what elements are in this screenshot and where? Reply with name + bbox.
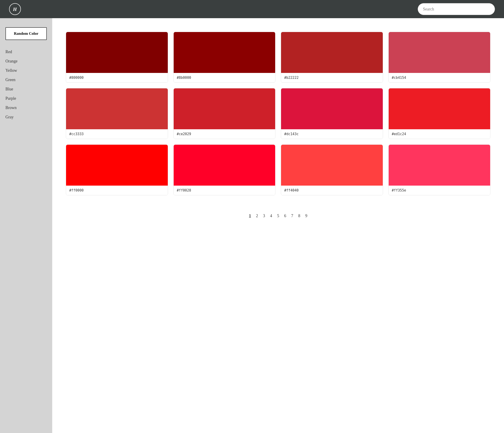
- color-card[interactable]: #ff4040: [281, 145, 383, 195]
- color-card[interactable]: #ff0028: [173, 145, 276, 195]
- color-card[interactable]: #cc3333: [66, 88, 168, 139]
- color-grid: #800000#8b0000#b22222#cb4154#cc3333#ce20…: [66, 32, 490, 195]
- color-label: #ce2029: [174, 129, 275, 139]
- sidebar: Random Color RedOrangeYellowGreenBluePur…: [0, 18, 52, 433]
- sidebar-item-brown[interactable]: Brown: [5, 103, 47, 112]
- color-label: #dc143c: [281, 129, 383, 139]
- sidebar-item-orange[interactable]: Orange: [5, 56, 47, 66]
- color-label: #8b0000: [174, 73, 275, 83]
- page-6-link[interactable]: 6: [284, 213, 286, 218]
- page-8-link[interactable]: 8: [298, 213, 300, 218]
- color-label: #ff0028: [174, 186, 275, 195]
- sidebar-item-purple[interactable]: Purple: [5, 94, 47, 103]
- color-swatch: [174, 32, 275, 73]
- logo-icon[interactable]: H: [9, 3, 21, 15]
- color-label: #ed1c24: [389, 129, 490, 139]
- color-card[interactable]: #cb4154: [388, 32, 491, 83]
- main-content: #800000#8b0000#b22222#cb4154#cc3333#ce20…: [52, 18, 504, 433]
- color-swatch: [66, 32, 168, 73]
- color-label: #800000: [66, 73, 168, 83]
- layout: Random Color RedOrangeYellowGreenBluePur…: [0, 18, 504, 433]
- color-card[interactable]: #8b0000: [173, 32, 276, 83]
- color-label: #ff4040: [281, 186, 383, 195]
- color-card[interactable]: #ed1c24: [388, 88, 491, 139]
- page-1-link[interactable]: 1: [249, 213, 251, 218]
- page-9-link[interactable]: 9: [305, 213, 307, 218]
- random-color-button[interactable]: Random Color: [5, 27, 47, 40]
- color-card[interactable]: #ff355e: [388, 145, 491, 195]
- page-3-link[interactable]: 3: [263, 213, 265, 218]
- color-swatch: [281, 32, 383, 73]
- color-card[interactable]: #dc143c: [281, 88, 383, 139]
- sidebar-item-blue[interactable]: Blue: [5, 84, 47, 94]
- page-2-link[interactable]: 2: [256, 213, 258, 218]
- color-card[interactable]: #800000: [66, 32, 168, 83]
- color-card[interactable]: #ce2029: [173, 88, 276, 139]
- color-swatch: [281, 145, 383, 186]
- sidebar-item-red[interactable]: Red: [5, 47, 47, 56]
- color-swatch: [281, 88, 383, 129]
- color-swatch: [174, 145, 275, 186]
- page-7-link[interactable]: 7: [291, 213, 293, 218]
- sidebar-item-yellow[interactable]: Yellow: [5, 66, 47, 75]
- page-5-link[interactable]: 5: [277, 213, 279, 218]
- nav-list: RedOrangeYellowGreenBluePurpleBrownGray: [5, 47, 47, 122]
- color-swatch: [174, 88, 275, 129]
- color-label: #ff0000: [66, 186, 168, 195]
- pagination: 123456789: [66, 209, 490, 223]
- color-swatch: [66, 145, 168, 186]
- color-label: #b22222: [281, 73, 383, 83]
- color-swatch: [66, 88, 168, 129]
- sidebar-item-green[interactable]: Green: [5, 75, 47, 84]
- header: H: [0, 0, 504, 18]
- color-card[interactable]: #b22222: [281, 32, 383, 83]
- search-input[interactable]: [418, 3, 495, 15]
- color-label: #cb4154: [389, 73, 490, 83]
- color-swatch: [389, 145, 490, 186]
- color-card[interactable]: #ff0000: [66, 145, 168, 195]
- page-4-link[interactable]: 4: [270, 213, 272, 218]
- color-swatch: [389, 32, 490, 73]
- color-swatch: [389, 88, 490, 129]
- sidebar-item-gray[interactable]: Gray: [5, 112, 47, 122]
- color-label: #ff355e: [389, 186, 490, 195]
- svg-text:H: H: [13, 6, 17, 12]
- color-label: #cc3333: [66, 129, 168, 139]
